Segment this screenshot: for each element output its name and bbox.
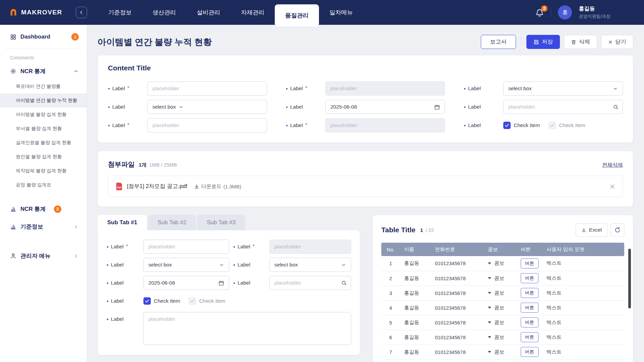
sidebar-group-ncr[interactable]: NCR 통계	[0, 63, 87, 79]
save-button-label: 저장	[542, 38, 553, 46]
select-box[interactable]: select box	[143, 258, 229, 272]
search-input[interactable]	[503, 100, 623, 114]
sidebar-item-dashboard[interactable]: Dashboard 3	[0, 25, 87, 47]
field-control	[147, 81, 267, 96]
bottom-section: Sub Tab #1Sub Tab #2Sub Tab #3 •Label*•L…	[98, 215, 633, 362]
sidebar-item-ncr-stats[interactable]: NCR 통계 3	[0, 200, 87, 218]
select-value: select box	[148, 262, 172, 268]
select-value: select box	[274, 262, 298, 268]
topnav-item[interactable]: 일차메뉴	[319, 0, 363, 25]
close-button[interactable]: 닫기	[601, 35, 633, 49]
row-button[interactable]: 버튼	[521, 332, 538, 342]
checkbox-item: Check Item	[549, 122, 585, 129]
combo-dropdown[interactable]: 콤보	[488, 349, 513, 355]
checkbox-item[interactable]: Check Item	[143, 297, 180, 305]
report-button[interactable]: 보고서	[481, 35, 516, 49]
sidebar-sub-item[interactable]: 원인별 불량 집계 현황	[0, 150, 87, 164]
combo-dropdown[interactable]: 콤보	[488, 290, 513, 296]
sidebar-item-base-info[interactable]: 기준정보	[0, 218, 87, 236]
chevron-down-icon	[488, 321, 491, 323]
cell-phone: 01012345678	[431, 300, 484, 315]
field-label-text: Label	[468, 85, 481, 92]
sidebar-item-admin-menu[interactable]: 관리자 메뉴	[0, 247, 87, 265]
save-button[interactable]: 저장	[526, 35, 560, 49]
chevron-down-icon	[341, 262, 346, 267]
topnav-item[interactable]: 기준정보	[98, 0, 142, 25]
row-button[interactable]: 버튼	[521, 288, 538, 298]
checkbox-item[interactable]: Check Item	[503, 122, 540, 129]
select-box[interactable]: select box	[503, 81, 623, 96]
sidebar-sub-item[interactable]: 아이템별 불량 집계 현황	[0, 108, 87, 122]
sidebar-sub-item[interactable]: 공정 불량 집계표	[0, 178, 87, 192]
textarea-input[interactable]	[143, 312, 351, 345]
chevron-down-icon	[488, 307, 491, 309]
sidebar-sub-item[interactable]: 아이템별 연간 불량 누적 현황	[0, 94, 87, 108]
sidebar-sub-item[interactable]: 목표대비 연간 불량률	[0, 79, 87, 94]
cell-name: 홍길동	[400, 256, 431, 271]
text-input[interactable]	[147, 118, 267, 132]
download-link[interactable]: 다운로드(1.3MB)	[194, 183, 241, 190]
combo-label: 콤보	[494, 334, 504, 341]
field-label: •Label*	[286, 122, 321, 128]
date-input[interactable]: 2025-06-08	[143, 276, 229, 290]
combo-dropdown[interactable]: 콤보	[488, 319, 513, 326]
notification-button[interactable]: 2	[535, 8, 544, 17]
text-input[interactable]	[147, 81, 267, 96]
table-scrollbar[interactable]	[628, 249, 631, 308]
save-icon	[533, 39, 539, 45]
cell-text: 텍스트	[542, 286, 624, 300]
search-input[interactable]	[269, 276, 351, 290]
delete-button[interactable]: 삭제	[564, 35, 597, 49]
table-column-header: 이름	[400, 243, 431, 256]
combo-dropdown[interactable]: 콤보	[488, 275, 513, 282]
attachment-card: 첨부파일 1개 1MB / 25MB 전체삭제 PDF [첨부1] 2차모집 공…	[98, 151, 633, 207]
sidebar-sub-item[interactable]: 제작업체 불량 집계 현황	[0, 164, 87, 178]
checkbox-group: Check ItemCheck Item	[143, 294, 351, 308]
user-avatar[interactable]: 홍	[558, 5, 572, 19]
row-button[interactable]: 버튼	[521, 317, 538, 327]
delete-all-link[interactable]: 전체삭제	[602, 162, 623, 169]
topnav-item[interactable]: 품질관리	[275, 4, 319, 26]
chevron-down-icon	[488, 262, 491, 264]
text-input[interactable]	[143, 240, 229, 254]
refresh-button[interactable]	[611, 223, 624, 237]
field-label: •Label	[107, 294, 139, 308]
sidebar-collapse-button[interactable]	[76, 7, 87, 18]
checkbox[interactable]	[143, 297, 151, 305]
refresh-icon	[615, 227, 621, 233]
subtab[interactable]: Sub Tab #2	[148, 215, 196, 230]
cell-name: 홍길동	[400, 315, 431, 330]
logo-zone: MAKROVER	[0, 7, 88, 18]
bullet-dot: •	[107, 280, 109, 286]
excel-button[interactable]: Excel	[576, 223, 607, 237]
subtab[interactable]: Sub Tab #1	[98, 215, 147, 230]
row-button[interactable]: 버튼	[521, 303, 538, 313]
topnav-item[interactable]: 생산관리	[142, 0, 186, 25]
subtab-section: Sub Tab #1Sub Tab #2Sub Tab #3 •Label*•L…	[98, 215, 360, 355]
search-icon	[341, 280, 347, 286]
chevron-down-icon	[219, 262, 224, 267]
sidebar-sub-item[interactable]: 설계인원별 불량 집계 현황	[0, 136, 87, 150]
row-button[interactable]: 버튼	[521, 347, 538, 357]
date-input[interactable]: 2025-06-08	[325, 100, 445, 114]
gear-icon	[10, 68, 16, 74]
required-asterisk: *	[126, 244, 128, 250]
combo-dropdown[interactable]: 콤보	[488, 260, 513, 266]
row-button[interactable]: 버튼	[521, 273, 538, 283]
combo-dropdown[interactable]: 콤보	[488, 334, 513, 341]
select-box[interactable]: select box	[269, 258, 351, 272]
combo-dropdown[interactable]: 콤보	[488, 305, 513, 311]
table-column-header: 전화번호	[431, 243, 484, 256]
chart-icon	[10, 206, 16, 212]
checkbox[interactable]	[503, 122, 511, 129]
subtab[interactable]: Sub Tab #3	[197, 215, 245, 230]
select-box[interactable]: select box	[147, 100, 267, 114]
form-field: •Label*	[286, 118, 445, 132]
field-control: select box	[147, 100, 267, 114]
row-button[interactable]: 버튼	[521, 258, 538, 268]
file-remove-button[interactable]	[609, 184, 615, 189]
topnav-item[interactable]: 자재관리	[231, 0, 275, 25]
sidebar-group-label: NCR 통계	[20, 67, 46, 75]
sidebar-sub-item[interactable]: 부서별 불량 집계 현황	[0, 122, 87, 136]
topnav-item[interactable]: 설비관리	[186, 0, 231, 25]
